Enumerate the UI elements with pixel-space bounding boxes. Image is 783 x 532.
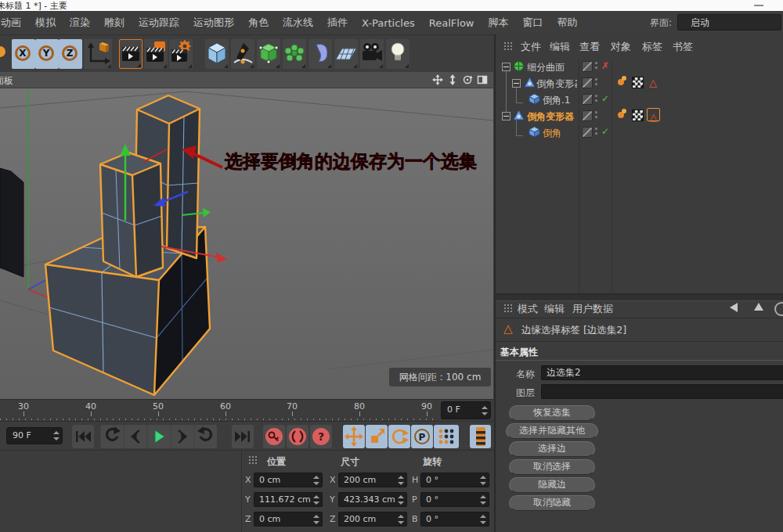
primitive-cube-button[interactable]	[205, 39, 229, 69]
menu-item-render[interactable]: 渲染	[63, 16, 97, 30]
keyframe-film-button[interactable]	[470, 425, 491, 448]
edge-selection-tag-active[interactable]: △	[647, 108, 660, 121]
pos-y-field[interactable]: 111.672 cm	[254, 492, 323, 507]
panel-grip-icon[interactable]	[248, 455, 258, 466]
next-frame-button[interactable]	[171, 425, 193, 448]
history-back-icon[interactable]	[730, 303, 738, 312]
menu-item-simulate[interactable]: 模拟	[28, 16, 63, 30]
viewport-pan-icon[interactable]	[432, 74, 443, 85]
goto-end-button[interactable]	[232, 425, 254, 448]
expand-toggle-icon[interactable]	[502, 112, 511, 120]
next-key-button[interactable]	[195, 425, 217, 448]
om-menu-bookmarks[interactable]: 书签	[673, 40, 693, 54]
menu-item-realflow[interactable]: RealFlow	[422, 17, 482, 29]
render-picture-viewer-button[interactable]	[144, 39, 168, 69]
environment-button[interactable]	[309, 39, 332, 69]
menu-item-pipeline[interactable]: 流水线	[276, 16, 320, 30]
key-position-toggle[interactable]	[343, 425, 365, 448]
menu-item-help[interactable]: 帮助	[550, 16, 584, 30]
viewport-rotate-icon[interactable]	[462, 74, 473, 85]
key-parameter-toggle[interactable]: P	[411, 425, 433, 448]
restore-selection-button[interactable]: 恢复选集	[509, 405, 595, 421]
small-box[interactable]	[100, 153, 163, 277]
render-visibility-toggle[interactable]	[582, 110, 593, 121]
size-y-field[interactable]: 423.343 cm	[338, 492, 407, 507]
viewport-dolly-icon[interactable]	[447, 74, 458, 85]
panel-grip-icon[interactable]	[503, 41, 514, 52]
enabled-toggle[interactable]: ✓	[601, 93, 609, 104]
lock-y-axis-button[interactable]: Y	[35, 39, 59, 69]
menu-item-animation[interactable]: 动画	[0, 16, 28, 30]
deselect-button[interactable]: 取消选择	[509, 459, 595, 475]
unhide-button[interactable]: 取消隐藏	[509, 495, 595, 511]
render-settings-button[interactable]	[169, 39, 193, 69]
render-view-button[interactable]	[119, 39, 143, 69]
layer-field[interactable]	[541, 384, 783, 399]
search-icon[interactable]	[774, 302, 783, 316]
pos-x-field[interactable]: 0 cm	[254, 473, 323, 487]
om-menu-edit[interactable]: 编辑	[550, 40, 570, 54]
minimize-button[interactable]	[754, 5, 763, 6]
menu-item-script[interactable]: 脚本	[481, 16, 515, 30]
viewport-scene[interactable]: 选择要倒角的边保存为一个选集	[0, 72, 493, 399]
render-visibility-toggle[interactable]	[582, 127, 593, 138]
size-x-field[interactable]: 200 cm	[338, 473, 407, 487]
visibility-dots[interactable]	[595, 128, 597, 130]
visibility-dots[interactable]	[595, 78, 597, 81]
visibility-dots[interactable]	[595, 111, 597, 113]
keyframe-selection-button[interactable]: ?	[310, 425, 332, 448]
am-menu-mode[interactable]: 模式	[518, 302, 538, 316]
hide-edges-button[interactable]: 隐藏边	[509, 477, 595, 493]
select-and-hide-others-button[interactable]: 选择并隐藏其他	[506, 423, 598, 439]
lock-x-axis-button[interactable]: X	[12, 39, 35, 69]
viewport-maximize-icon[interactable]	[477, 74, 488, 85]
camera-button[interactable]	[360, 39, 384, 69]
timeline-ruler[interactable]: 30 40 50 60 70 80 90 0 F	[0, 399, 493, 422]
name-field[interactable]: 边选集2	[541, 365, 783, 380]
prev-frame-button[interactable]	[124, 425, 146, 448]
goto-start-button[interactable]	[72, 425, 94, 448]
autokey-button[interactable]	[287, 425, 309, 448]
phong-tag-icon[interactable]	[618, 112, 624, 118]
render-visibility-toggle[interactable]	[582, 94, 593, 105]
interface-dropdown[interactable]: 启动	[677, 14, 781, 31]
menu-item-plugins[interactable]: 插件	[320, 16, 355, 30]
light-button[interactable]	[386, 39, 410, 69]
render-visibility-toggle[interactable]	[582, 61, 593, 72]
rot-h-field[interactable]: 0 °	[420, 473, 489, 487]
end-frame-spinner[interactable]	[53, 431, 60, 440]
prev-key-button[interactable]	[101, 425, 123, 448]
deformers-button[interactable]	[283, 39, 306, 69]
rot-p-field[interactable]: 0 °	[420, 492, 489, 507]
floor-button[interactable]	[334, 39, 358, 69]
am-menu-userdata[interactable]: 用户数据	[572, 302, 613, 316]
menu-item-xparticles[interactable]: X-Particles	[355, 17, 422, 29]
uvw-tag-icon[interactable]	[632, 110, 644, 121]
menu-item-window[interactable]: 窗口	[515, 16, 550, 30]
frame-spinner[interactable]	[482, 406, 488, 415]
generators-button[interactable]	[257, 39, 280, 69]
pos-z-field[interactable]: 0 cm	[254, 512, 323, 527]
om-menu-objects[interactable]: 对象	[611, 40, 631, 54]
section-basic-properties[interactable]: 基本属性	[500, 346, 538, 359]
rot-b-field[interactable]: 0 °	[420, 512, 489, 527]
current-frame-field[interactable]: 0 F	[441, 401, 491, 419]
om-menu-view[interactable]: 查看	[579, 40, 600, 54]
enabled-toggle[interactable]: ✓	[601, 126, 609, 137]
select-edges-button[interactable]: 选择边	[509, 441, 595, 457]
key-rotation-toggle[interactable]	[388, 425, 410, 448]
menu-item-character[interactable]: 角色	[241, 16, 276, 30]
record-keyframe-button[interactable]	[263, 425, 285, 448]
parent-up-icon[interactable]	[754, 303, 763, 311]
key-scale-toggle[interactable]	[366, 425, 388, 448]
spline-pen-button[interactable]	[231, 39, 254, 69]
expand-toggle-icon[interactable]	[512, 79, 521, 88]
menu-item-motion-tracker[interactable]: 运动跟踪	[132, 16, 186, 30]
visibility-dots[interactable]	[595, 95, 597, 97]
render-visibility-toggle[interactable]	[582, 77, 593, 88]
visibility-dots[interactable]	[595, 62, 597, 64]
menu-item-mograph[interactable]: 运动图形	[186, 16, 241, 30]
lock-z-axis-button[interactable]: Z	[59, 39, 82, 69]
uvw-tag-icon[interactable]	[632, 77, 644, 88]
expand-toggle-icon[interactable]	[502, 63, 511, 71]
